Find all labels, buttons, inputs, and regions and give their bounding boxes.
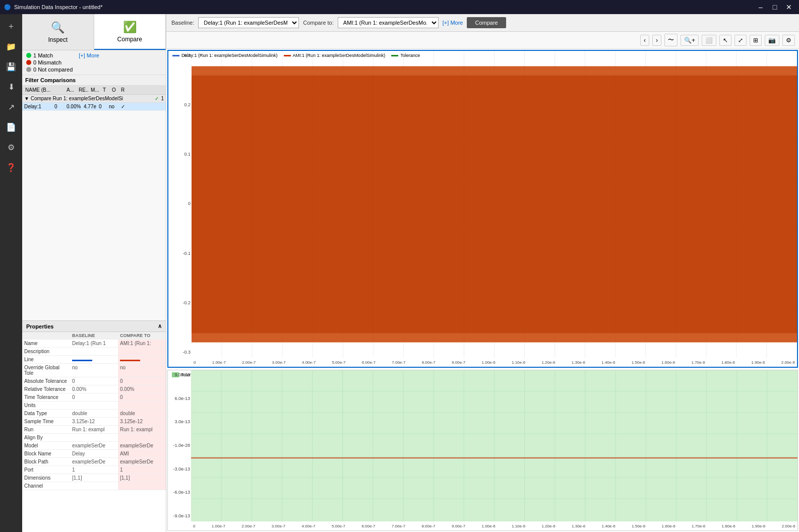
compare-button[interactable]: Compare (467, 17, 506, 28)
x-label-8: 8.00e-7 (422, 360, 436, 365)
expand-button[interactable]: ⤢ (734, 35, 747, 46)
zoom-in-button[interactable]: 🔍+ (681, 35, 699, 46)
fit-button[interactable]: ⊞ (750, 35, 762, 46)
inspect-icon: 🔍 (51, 21, 65, 34)
signal-row[interactable]: Delay:1 0 0.00% 4.77e 0 no ✓ (22, 103, 166, 111)
x2-label-10: 1.00e-6 (481, 524, 495, 528)
properties-rows: NameDelay:1 (Run 1AMI:1 (Run 1:Descripti… (22, 340, 166, 490)
prop-value-compare: double (118, 410, 166, 418)
prop-value-compare: 0.00% (118, 385, 166, 393)
snapshot-button[interactable]: 📷 (765, 35, 779, 46)
prop-value-compare: 0 (118, 377, 166, 385)
x2-label-0: 0 (193, 524, 195, 528)
doc-button[interactable]: 📄 (2, 118, 20, 136)
prop-label: Absolute Tolerance (22, 377, 70, 385)
curve-tool-button[interactable]: 〜 (664, 34, 678, 46)
col-o: O (111, 87, 119, 93)
download-button[interactable]: ⬇ (2, 78, 20, 96)
prop-value-baseline: no (70, 364, 118, 377)
x2-label-14: 1.40e-6 (602, 524, 616, 528)
baseline-select[interactable]: Delay:1 (Run 1: exampleSerDesM... (198, 17, 299, 28)
x-label-13: 1.30e-6 (572, 360, 585, 365)
prop-value-baseline: 1 (70, 466, 118, 474)
app-icon: 🔵 (4, 4, 11, 11)
signal-check: ✓ (121, 104, 130, 109)
x-label-11: 1.10e-6 (512, 360, 525, 365)
close-button[interactable]: ✕ (783, 1, 795, 13)
tab-compare[interactable]: ✅ Compare (94, 14, 166, 50)
prop-label: Run (22, 426, 70, 434)
cursor-button[interactable]: ↖ (719, 35, 731, 46)
more-compare-link[interactable]: [+] More (443, 20, 463, 26)
x2-label-16: 1.60e-6 (662, 524, 675, 528)
y2-label-3: -3.0e-13 (169, 467, 190, 472)
prop-value-baseline: exampleSerDe (70, 442, 118, 450)
signal-list: ▼ Compare Run 1: exampleSerDesModelSi ✓ … (22, 95, 166, 320)
x2-label-18: 1.80e-6 (722, 524, 735, 528)
properties-header: Properties ∧ (22, 321, 166, 332)
y2-label-4: -1.0e-28 (169, 443, 190, 448)
share-button[interactable]: ↗ (2, 98, 20, 116)
column-headers: NAME (B... A... RE... M... T O R (22, 86, 166, 95)
y2-label-2: -6.0e-13 (169, 490, 190, 495)
prop-value-compare: exampleSerDe (118, 442, 166, 450)
maximize-button[interactable]: □ (769, 1, 781, 13)
x-label-12: 1.20e-6 (541, 360, 555, 365)
x2-label-3: 3.00e-7 (272, 524, 285, 528)
x-label-17: 1.70e-6 (691, 360, 705, 365)
match-dot (26, 53, 31, 58)
signal-col5: 0 (99, 104, 109, 109)
col-t: T (102, 87, 110, 93)
left-toolbar: ＋ 📁 💾 ⬇ ↗ 📄 ⚙ ❓ (0, 14, 22, 532)
compare-icon: ✅ (123, 21, 137, 34)
folder-button[interactable]: 📁 (2, 37, 20, 55)
not-compared-label: 0 Not compared (33, 66, 73, 73)
group-count: 1 (161, 96, 164, 101)
prop-value-baseline: double (70, 410, 118, 418)
save-button[interactable]: 💾 (2, 57, 20, 76)
filter-label: Filter Comparisons (25, 77, 76, 83)
properties-title: Properties (26, 323, 53, 329)
x2-label-6: 6.00e-7 (361, 524, 375, 528)
col-name: NAME (B... (24, 87, 65, 93)
prop-label: Name (22, 340, 70, 348)
y-label-4: 0 (169, 201, 191, 206)
x-label-19: 1.90e-6 (751, 360, 765, 365)
prop-value-baseline: [1,1] (70, 474, 118, 482)
signal-col6: no (109, 104, 121, 109)
mismatch-dot (26, 60, 31, 65)
prop-line-baseline (70, 356, 118, 364)
x-label-10: 1.00e-6 (482, 360, 496, 365)
help-button[interactable]: ❓ (2, 158, 20, 176)
x2-label-19: 1.90e-6 (752, 524, 765, 528)
signal-group[interactable]: ▼ Compare Run 1: exampleSerDesModelSi ✓ … (22, 95, 166, 103)
properties-panel: Properties ∧ BASELINE COMPARE TO NameDel… (22, 320, 166, 532)
y-label-3: -0.1 (169, 251, 191, 256)
status-more-link[interactable]: [+] More (79, 52, 99, 73)
col-r: R (120, 87, 128, 93)
tab-inspect[interactable]: 🔍 Inspect (22, 14, 94, 50)
settings-chart-button[interactable]: ⚙ (782, 35, 795, 46)
x-label-16: 1.60e-6 (661, 360, 675, 365)
chart2-svg (191, 370, 797, 521)
col-re: RE... (78, 87, 89, 93)
chart1-x-axis: 0 1.00e-7 2.00e-7 3.00e-7 4.00e-7 5.00e-… (192, 358, 797, 367)
group-check-icon: ✓ (155, 96, 159, 101)
nav-next-button[interactable]: › (652, 35, 661, 46)
title-bar: 🔵 Simulation Data Inspector - untitled* … (0, 0, 799, 14)
mismatch-label: 0 Mismatch (33, 59, 62, 65)
settings-button[interactable]: ⚙ (2, 138, 20, 156)
x-label-18: 1.80e-6 (721, 360, 735, 365)
properties-collapse-icon[interactable]: ∧ (158, 323, 162, 329)
nav-prev-button[interactable]: ‹ (640, 35, 649, 46)
x2-label-20: 2.00e-6 (782, 524, 795, 528)
minimize-button[interactable]: – (755, 1, 767, 13)
x2-label-7: 7.00e-7 (392, 524, 405, 528)
prop-value-compare (118, 402, 166, 410)
prop-label: Description (22, 348, 70, 356)
y2-label-5: 3.0e-13 (169, 419, 190, 424)
compare-to-select[interactable]: AMI:1 (Run 1: exampleSerDesMo... (338, 17, 439, 28)
zoom-region-button[interactable]: ⬜ (702, 35, 716, 46)
add-button[interactable]: ＋ (2, 17, 20, 35)
prop-value-compare: 0 (118, 393, 166, 402)
